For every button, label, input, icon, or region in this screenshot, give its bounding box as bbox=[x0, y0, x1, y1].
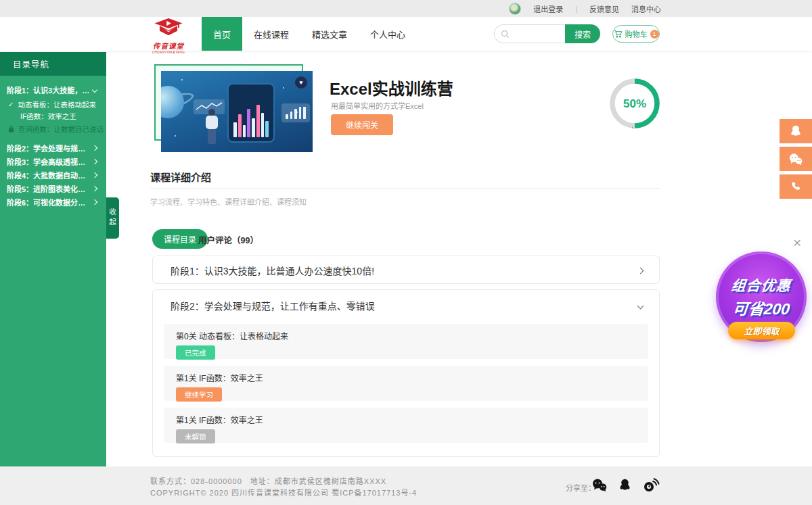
course-subtitle: 用最简单实用的方式学Excel bbox=[331, 100, 424, 111]
sidebar-stage-2[interactable]: 阶段2：学会处理与规范，让工作... bbox=[0, 141, 106, 155]
divider bbox=[150, 188, 660, 189]
qq-contact-button[interactable] bbox=[780, 119, 812, 143]
nav-item-home[interactable]: 首页 bbox=[202, 17, 242, 51]
astronaut-head bbox=[208, 109, 215, 116]
nav-item-courses[interactable]: 在线课程 bbox=[242, 17, 300, 51]
sidebar-lesson-if[interactable]: IF函数：效率之王 bbox=[0, 110, 106, 122]
lesson-status-badge-locked: 未解锁 bbox=[176, 429, 215, 443]
topbar-divider: | bbox=[575, 5, 577, 13]
check-icon: ✓ bbox=[8, 101, 14, 108]
sidebar-title: 目录导航 bbox=[0, 52, 106, 76]
lock-icon bbox=[8, 126, 14, 133]
stage1-accordion: 阶段1：认识3大技能，比普通人办公速度快10倍! bbox=[152, 256, 660, 284]
wechat-contact-button[interactable] bbox=[780, 147, 812, 171]
feedback-link[interactable]: 反馈意见 bbox=[589, 3, 619, 14]
sidebar-stage-1[interactable]: 阶段1：认识3大技能，比普通人... bbox=[0, 81, 106, 99]
chart-tablet bbox=[227, 83, 275, 143]
sidebar-stage-label: 阶段5：进阶图表美化，让汇报一... bbox=[7, 183, 93, 194]
sidebar-stage-4[interactable]: 阶段4：大批数据自动统计分析，... bbox=[0, 168, 106, 182]
message-center-link[interactable]: 消息中心 bbox=[631, 3, 661, 14]
page: 退出登录 | 反馈意见 消息中心 传音课堂 CHUANYINKETANG 首页 … bbox=[0, 0, 812, 505]
progress-ring: 50% bbox=[609, 78, 660, 129]
planet-icon bbox=[161, 86, 184, 118]
site-logo[interactable]: 传音课堂 CHUANYINKETANG bbox=[150, 18, 187, 49]
sidebar-lesson-label: 动态看板：让表格动起来 bbox=[18, 99, 96, 110]
progress-label: 50% bbox=[623, 97, 646, 110]
cart-button[interactable]: 购物车 1 bbox=[612, 25, 660, 43]
astronaut bbox=[206, 116, 218, 129]
logo-title: 传音课堂 bbox=[153, 41, 184, 51]
chevron-right-icon bbox=[92, 159, 97, 164]
course-cover-image: ♥ bbox=[161, 71, 313, 152]
astronaut-legs bbox=[208, 129, 216, 144]
stage2-accordion-title: 阶段2：学会处理与规范，让工作有重点、零错误 bbox=[171, 299, 375, 312]
lesson-row-dashboard[interactable]: 第0关 动态看板：让表格动起来 已完成 bbox=[164, 324, 648, 359]
sidebar-stage-label: 阶段6：可视化数据分析，帮老板... bbox=[7, 197, 93, 208]
share-weibo-icon[interactable] bbox=[642, 477, 660, 492]
top-utility-bar: 退出登录 | 反馈意见 消息中心 bbox=[0, 0, 812, 17]
stage2-lesson-list: 第0关 动态看板：让表格动起来 已完成 第1关 IF函数：效率之王 继续学习 第… bbox=[153, 321, 659, 443]
sidebar-stage-5[interactable]: 阶段5：进阶图表美化，让汇报一... bbox=[0, 182, 106, 195]
stage1-accordion-header[interactable]: 阶段1：认识3大技能，比普通人办公速度快10倍! bbox=[153, 256, 659, 285]
nav-item-articles[interactable]: 精选文章 bbox=[300, 17, 359, 51]
chevron-right-icon bbox=[637, 267, 644, 274]
promo-line1: 组合优惠 bbox=[730, 274, 792, 295]
chevron-right-icon bbox=[92, 145, 97, 151]
phone-contact-button[interactable] bbox=[780, 174, 812, 199]
search-input[interactable] bbox=[513, 30, 564, 38]
phone-icon bbox=[790, 181, 802, 193]
sidebar-stage-3[interactable]: 阶段3：学会高级透视，拥有同时... bbox=[0, 155, 106, 168]
stage2-accordion-header[interactable]: 阶段2：学会处理与规范，让工作有重点、零错误 bbox=[153, 290, 659, 321]
detail-summary: 学习流程、学习特色、课程详细介绍、课程须知 bbox=[150, 196, 307, 207]
sidebar-lesson-dashboard[interactable]: ✓ 动态看板：让表格动起来 bbox=[0, 99, 106, 110]
chevron-right-icon bbox=[92, 186, 97, 191]
favorite-heart-icon[interactable]: ♥ bbox=[295, 76, 307, 89]
sidebar-stage-6[interactable]: 阶段6：可视化数据分析，帮老板... bbox=[0, 195, 106, 209]
stage2-accordion: 阶段2：学会处理与规范，让工作有重点、零错误 第0关 动态看板：让表格动起来 已… bbox=[152, 289, 660, 457]
lesson-title: 第1关 IF函数：效率之王 bbox=[176, 414, 636, 425]
sidebar-lesson-label: IF函数：效率之王 bbox=[20, 111, 76, 121]
logout-link[interactable]: 退出登录 bbox=[533, 3, 563, 14]
main-navbar: 传音课堂 CHUANYINKETANG 首页 在线课程 精选文章 个人中心 搜索 bbox=[0, 17, 812, 51]
logo-caption: CHUANYINKETANG bbox=[152, 51, 185, 54]
search-icon bbox=[501, 30, 510, 39]
stage1-accordion-title: 阶段1：认识3大技能，比普通人办公速度快10倍! bbox=[171, 264, 374, 277]
chevron-right-icon bbox=[92, 199, 97, 205]
logo-cap-icon bbox=[154, 18, 183, 40]
footer-contact: 联系方式：028-0000000 地址：成都市武侯区槐树店南路XXXX bbox=[150, 475, 386, 486]
lesson-continue-button[interactable]: 继续学习 bbox=[176, 387, 222, 402]
lesson-row-if-locked[interactable]: 第1关 IF函数：效率之王 未解锁 bbox=[164, 408, 648, 443]
promo-claim-button[interactable]: 立即领取 bbox=[728, 322, 795, 339]
sidebar-stage-label: 阶段4：大批数据自动统计分析，... bbox=[7, 170, 93, 181]
cart-label: 购物车 bbox=[625, 28, 648, 39]
share-qq-icon[interactable] bbox=[618, 478, 632, 492]
chevron-down-icon bbox=[637, 302, 644, 309]
sidebar-collapse-tab[interactable]: 收起 bbox=[106, 197, 119, 239]
share-wechat-icon[interactable] bbox=[591, 478, 608, 492]
tab-comments[interactable]: 用户评论（99） bbox=[198, 233, 258, 246]
footer: 联系方式：028-0000000 地址：成都市武侯区槐树店南路XXXX COPY… bbox=[0, 466, 812, 505]
sidebar-stage-label: 阶段2：学会处理与规范，让工作... bbox=[7, 143, 93, 153]
user-avatar[interactable] bbox=[509, 3, 521, 15]
detail-heading: 课程详细介绍 bbox=[150, 170, 211, 184]
promo-close-icon[interactable]: × bbox=[793, 235, 801, 249]
sidebar-stage-label: 阶段3：学会高级透视，拥有同时... bbox=[7, 156, 93, 167]
lesson-title: 第0关 动态看板：让表格动起来 bbox=[176, 330, 636, 341]
chevron-down-icon bbox=[92, 87, 97, 93]
lesson-status-badge-done: 已完成 bbox=[176, 345, 215, 360]
search-button[interactable]: 搜索 bbox=[565, 24, 600, 43]
nav-item-profile[interactable]: 个人中心 bbox=[359, 17, 417, 51]
wechat-icon bbox=[788, 153, 803, 166]
course-title: Excel实战训练营 bbox=[330, 76, 453, 99]
sidebar-lesson-lookup-locked[interactable]: 查询函数：让数据自己说话 bbox=[0, 123, 106, 135]
chevron-right-icon bbox=[92, 172, 97, 178]
qq-icon bbox=[789, 124, 803, 138]
footer-copyright: COPYRIGHT© 2020 四川传音课堂科技有限公司 蜀ICP备170177… bbox=[150, 487, 417, 498]
search-input-wrap bbox=[494, 24, 565, 43]
share-icons bbox=[591, 477, 660, 492]
lesson-row-if-continue[interactable]: 第1关 IF函数：效率之王 继续学习 bbox=[164, 366, 648, 401]
lesson-title: 第1关 IF函数：效率之王 bbox=[176, 372, 636, 383]
search-box: 搜索 bbox=[494, 24, 600, 43]
sidebar-lesson-label: 查询函数：让数据自己说话 bbox=[18, 124, 104, 134]
continue-button[interactable]: 继续闯关 bbox=[331, 114, 393, 135]
